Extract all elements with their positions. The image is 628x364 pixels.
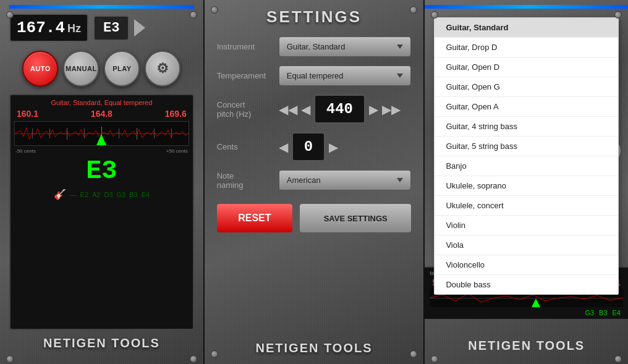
- note-naming-value: American: [287, 176, 321, 185]
- tuner-panel: 167.4 Hz E3 AUTO MANUAL PLAY ⚙ Guitar, S…: [0, 0, 203, 364]
- instrument-dropdown[interactable]: Guitar, Standard: [279, 36, 412, 57]
- tuner-scale-bar: [14, 121, 189, 146]
- instrument-row: Instrument Guitar, Standard: [217, 36, 412, 57]
- settings-screw-br: [410, 350, 417, 358]
- panel3-needle: [532, 298, 540, 307]
- settings-panel: SETTINGS Instrument Guitar, Standard Tem…: [205, 0, 424, 364]
- note-naming-label: Notenaming: [217, 171, 279, 190]
- temperament-row: Temperament Equal tempered: [217, 66, 412, 86]
- dropdown-panel: Guitar, Standard Guitar, Drop D Guitar, …: [425, 0, 628, 364]
- instrument-item-violin[interactable]: Violin: [435, 216, 618, 235]
- dash-separator: —: [70, 191, 77, 198]
- cents-decrement-btn[interactable]: ◀: [279, 140, 288, 154]
- action-buttons-row: RESET SAVE SETTINGS: [217, 204, 412, 232]
- freq-label-left: 160.1: [17, 109, 38, 119]
- note-nav-e4[interactable]: E4: [142, 191, 150, 198]
- cents-row: Cents ◀ 0 ▶: [217, 132, 412, 161]
- temperament-value: Equal tempered: [287, 71, 344, 80]
- frequency-labels-row: 160.1 164.8 169.6: [14, 109, 189, 119]
- instrument-item-guitar-open-d[interactable]: Guitar, Open D: [435, 57, 618, 77]
- instrument-item-ukulele-concert[interactable]: Ukulele, concert: [435, 196, 618, 216]
- pitch-increment-small-btn[interactable]: ▶: [369, 102, 378, 117]
- cents-increment-btn[interactable]: ▶: [329, 140, 338, 154]
- instrument-control: Guitar, Standard: [279, 36, 412, 57]
- pitch-decrement-small-btn[interactable]: ◀: [301, 102, 310, 117]
- frequency-unit: Hz: [67, 22, 81, 35]
- current-note-display: E3: [93, 15, 129, 41]
- instrument-item-guitar-4-string[interactable]: Guitar, 4 string bass: [435, 117, 618, 137]
- concert-pitch-label: Concertpitch (Hz): [217, 100, 279, 119]
- gear-icon: ⚙: [156, 61, 169, 77]
- play-button[interactable]: PLAY: [104, 51, 140, 87]
- pitch-increment-large-btn[interactable]: ▶▶: [382, 102, 401, 117]
- screw-bl: [6, 355, 14, 363]
- panel3-note-nav: G3 B3 E4: [430, 309, 623, 316]
- note-naming-dropdown-arrow: [397, 178, 403, 182]
- instrument-list: Guitar, Standard Guitar, Drop D Guitar, …: [434, 17, 619, 295]
- reset-button[interactable]: RESET: [217, 204, 292, 232]
- top-bar-accent: [9, 5, 194, 9]
- settings-title: SETTINGS: [266, 7, 362, 27]
- temperament-dropdown[interactable]: Equal tempered: [279, 66, 412, 86]
- dropdown-panel-inner: Guitar, Standard Guitar, Drop D Guitar, …: [425, 9, 628, 359]
- temperament-label: Temperament: [217, 71, 279, 80]
- temperament-control: Equal tempered: [279, 66, 412, 86]
- instrument-item-banjo[interactable]: Banjo: [435, 156, 618, 176]
- instrument-item-guitar-open-a[interactable]: Guitar, Open A: [435, 97, 618, 117]
- instrument-item-guitar-open-g[interactable]: Guitar, Open G: [435, 77, 618, 97]
- settings-screw-tl: [211, 6, 218, 14]
- tuner-meter: Guitar, Standard, Equal tempered 160.1 1…: [9, 94, 194, 330]
- instrument-value: Guitar, Standard: [287, 42, 346, 51]
- freq-label-center: 164.8: [91, 109, 112, 119]
- instrument-label: Instrument: [217, 42, 279, 51]
- temperament-dropdown-arrow: [397, 74, 403, 78]
- tuner-instrument-label: Guitar, Standard, Equal tempered: [14, 99, 189, 106]
- instrument-item-ukulele-soprano[interactable]: Ukulele, soprano: [435, 176, 618, 196]
- cents-value-display: 0: [292, 132, 325, 161]
- cent-label-right: +50 cents: [166, 148, 188, 154]
- note-nav-e2[interactable]: E2: [80, 191, 88, 198]
- cents-label: Cents: [217, 142, 279, 151]
- settings-screw-tr: [410, 6, 417, 14]
- cent-labels: -50 cents +50 cents: [14, 148, 189, 154]
- brand-label-3: NETIGEN TOOLS: [425, 339, 628, 353]
- panel3-nav-g3[interactable]: G3: [585, 309, 594, 316]
- brand-label-1: NETIGEN TOOLS: [43, 330, 160, 359]
- auto-button[interactable]: AUTO: [22, 51, 58, 87]
- freq-label-right: 169.6: [165, 109, 187, 119]
- save-settings-button[interactable]: SAVE SETTINGS: [300, 204, 411, 232]
- note-nav-a2[interactable]: A2: [92, 191, 100, 198]
- instrument-item-violoncello[interactable]: Violoncello: [435, 255, 618, 275]
- panel3-nav-e4[interactable]: E4: [613, 309, 621, 316]
- screw-br: [190, 355, 197, 363]
- note-naming-row: Notenaming American: [217, 170, 412, 190]
- instrument-item-guitar-drop-d[interactable]: Guitar, Drop D: [435, 38, 618, 57]
- next-note-arrow[interactable]: [134, 19, 145, 36]
- panel3-nav-b3[interactable]: B3: [599, 309, 607, 316]
- frequency-value: 167.4: [17, 19, 65, 37]
- instrument-item-viola[interactable]: Viola: [435, 235, 618, 255]
- instrument-item-double-bass[interactable]: Double bass: [435, 275, 618, 294]
- note-nav-g3[interactable]: G3: [117, 191, 126, 198]
- instrument-item-guitar-standard[interactable]: Guitar, Standard: [435, 18, 618, 38]
- note-naming-control: American: [279, 170, 412, 190]
- pitch-value-display: 440: [314, 95, 365, 124]
- frequency-display: 167.4 Hz: [9, 14, 88, 42]
- settings-screw-bl: [211, 350, 218, 358]
- big-note-display: E3: [14, 156, 189, 186]
- note-nav-b3[interactable]: B3: [129, 191, 137, 198]
- instrument-dropdown-arrow: [397, 44, 403, 49]
- tuner-display-row: 167.4 Hz E3: [9, 14, 194, 42]
- concert-pitch-control: ◀◀ ◀ 440 ▶ ▶▶: [279, 95, 412, 124]
- mode-buttons-row: AUTO MANUAL PLAY ⚙: [9, 51, 194, 87]
- instrument-item-guitar-5-string[interactable]: Guitar, 5 string bass: [435, 137, 618, 156]
- note-nav-d3[interactable]: D3: [104, 191, 112, 198]
- manual-button[interactable]: MANUAL: [63, 51, 99, 87]
- settings-gear-button[interactable]: ⚙: [145, 51, 180, 87]
- brand-label-2: NETIGEN TOOLS: [256, 335, 373, 364]
- tuner-needle: [96, 134, 106, 145]
- guitar-icon: 🎸: [54, 188, 66, 200]
- pitch-decrement-large-btn[interactable]: ◀◀: [279, 102, 297, 117]
- concert-pitch-row: Concertpitch (Hz) ◀◀ ◀ 440 ▶ ▶▶: [217, 95, 412, 124]
- note-naming-dropdown[interactable]: American: [279, 170, 412, 190]
